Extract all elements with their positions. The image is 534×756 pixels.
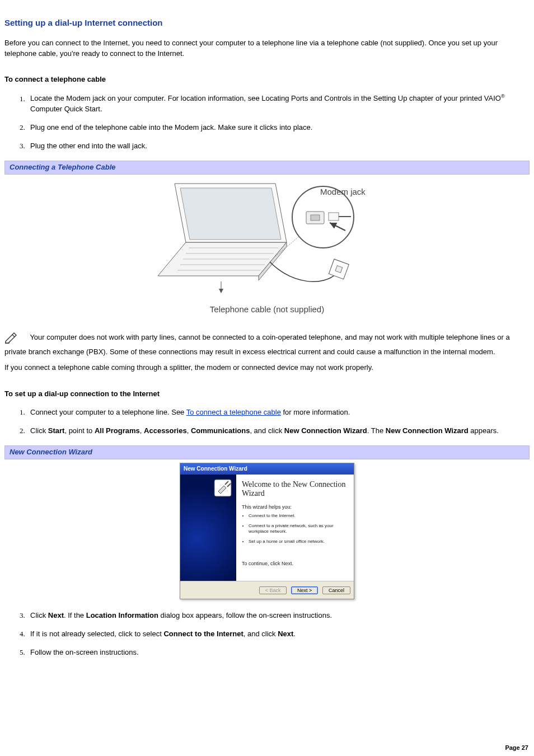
wizard-bullet: Set up a home or small office network.: [249, 539, 348, 544]
wizard-window: New Connection Wizard Welcome to the New…: [180, 463, 354, 599]
bold-ncw2: New Connection Wizard: [386, 426, 469, 435]
step-text: Computer Quick Start.: [30, 105, 102, 113]
steps-setup-dialup: Connect your computer to a telephone lin…: [4, 407, 530, 436]
bold-connect-internet: Connect to the Internet: [163, 630, 243, 638]
list-item: Click Start, point to All Programs, Acce…: [27, 426, 530, 436]
list-item: Click Next. If the Location Information …: [27, 611, 530, 621]
list-item: Plug one end of the telephone cable into…: [27, 123, 530, 133]
step-text: Click: [30, 611, 48, 619]
step-text: for more information.: [281, 408, 350, 416]
steps-setup-dialup-continued: Click Next. If the Location Information …: [4, 611, 530, 658]
step-text: . If the: [64, 611, 86, 619]
bold-ncw: New Connection Wizard: [284, 426, 367, 435]
note-icon: [4, 332, 18, 347]
list-item: Follow the on-screen instructions.: [27, 647, 530, 658]
svg-marker-16: [219, 289, 223, 293]
label-modem-jack: Modem jack: [320, 187, 366, 196]
note-text-2: If you connect a telephone cable coming …: [4, 363, 530, 373]
figure-band-wizard: New Connection Wizard: [4, 445, 530, 459]
list-item: If it is not already selected, click to …: [27, 629, 530, 640]
bold-allprograms: All Programs: [95, 426, 140, 435]
figure-caption: Telephone cable (not supplied): [155, 303, 379, 316]
wizard-bullet: Connect to a private network, such as yo…: [249, 523, 348, 534]
step-text: appears.: [469, 426, 499, 435]
step-text: If it is not already selected, click to …: [30, 630, 163, 638]
note-text: Your computer does not work with party l…: [4, 333, 510, 356]
wizard-back-button[interactable]: < Back: [259, 586, 287, 594]
list-item: Plug the other end into the wall jack.: [27, 141, 530, 152]
page-title: Setting up a dial-up Internet connection: [4, 17, 530, 29]
svg-rect-13: [311, 215, 320, 220]
steps-connect-cable: Locate the Modem jack on your computer. …: [4, 93, 530, 152]
link-connect-cable[interactable]: To connect a telephone cable: [186, 408, 281, 416]
wizard-sidebar: [180, 475, 236, 581]
wizard-titlebar: New Connection Wizard: [180, 463, 354, 475]
step-text: ,: [140, 426, 144, 435]
wizard-plug-icon: [214, 479, 232, 497]
step-text: , point to: [64, 426, 94, 435]
wizard-cancel-button[interactable]: Cancel: [322, 586, 350, 594]
wizard-bullet: Connect to the Internet.: [249, 513, 348, 519]
figure-band-cable: Connecting a Telephone Cable: [4, 161, 530, 175]
list-item: Connect your computer to a telephone lin…: [27, 407, 530, 418]
wizard-welcome: Welcome to the New Connection Wizard: [242, 480, 348, 498]
step-text: Click: [30, 426, 48, 435]
bold-location-info: Location Information: [86, 611, 158, 619]
step-text: dialog box appears, follow the on-screen…: [158, 611, 332, 619]
step-text: .: [293, 630, 296, 638]
page-number: Page 27: [505, 744, 528, 753]
svg-rect-14: [329, 213, 339, 220]
svg-marker-7: [180, 188, 281, 240]
step-text: Locate the Modem jack on your computer. …: [30, 95, 501, 103]
bold-communications: Communications: [191, 426, 250, 435]
step-text: , and click: [243, 630, 278, 638]
bold-next: Next: [48, 611, 64, 619]
subheading-setup-dialup: To set up a dial-up connection to the In…: [4, 389, 530, 400]
registered-mark: ®: [501, 93, 505, 99]
bold-next: Next: [278, 630, 293, 638]
subheading-connect-cable: To connect a telephone cable: [4, 74, 530, 85]
figure-cable-diagram: Modem jack Telephone cable (not supplied…: [4, 178, 530, 316]
step-text: ,: [187, 426, 191, 435]
step-text: . The: [367, 426, 386, 435]
wizard-continue: To continue, click Next.: [242, 560, 348, 567]
step-text: , and click: [250, 426, 284, 435]
step-text: Connect your computer to a telephone lin…: [30, 408, 186, 416]
wizard-helps: This wizard helps you:: [242, 504, 348, 511]
intro-paragraph: Before you can connect to the Internet, …: [4, 38, 530, 59]
figure-wizard: New Connection Wizard Welcome to the New…: [4, 463, 530, 599]
bold-start: Start: [48, 426, 65, 435]
bold-accessories: Accessories: [144, 426, 187, 435]
list-item: Locate the Modem jack on your computer. …: [27, 93, 530, 115]
wizard-next-button[interactable]: Next >: [291, 586, 318, 594]
